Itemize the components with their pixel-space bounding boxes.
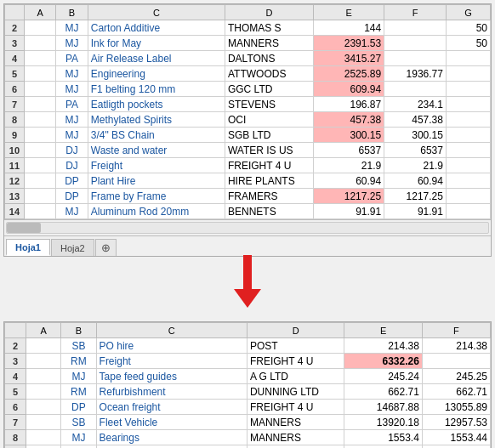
table-cell[interactable]: POST [247, 338, 344, 354]
table-cell[interactable]: Timing Belt [96, 445, 247, 449]
table-cell[interactable] [26, 354, 61, 369]
table-row[interactable]: 8MJBearingsMANNERS1553.41553.44 [5, 430, 491, 445]
table-cell[interactable] [26, 369, 61, 384]
table-cell[interactable]: MJ [56, 82, 88, 97]
row-number[interactable]: 10 [5, 143, 25, 158]
table-cell[interactable]: MJ [56, 20, 88, 36]
table-row[interactable]: 11DJFreightFREIGHT 4 U21.921.9 [5, 158, 491, 173]
row-number[interactable]: 4 [5, 369, 26, 384]
table-cell[interactable]: MJ [61, 445, 96, 449]
table-cell[interactable]: Engineering [88, 66, 225, 82]
row-number[interactable]: 11 [5, 158, 25, 173]
table-cell[interactable] [26, 430, 61, 445]
table-cell[interactable]: DP [56, 189, 88, 204]
table-cell[interactable] [446, 97, 490, 112]
table-cell[interactable]: 300.15 [384, 128, 447, 143]
table-cell[interactable]: MANNERS [247, 415, 344, 430]
top-horizontal-scrollbar[interactable] [6, 222, 489, 234]
table-cell[interactable]: MJ [56, 204, 88, 219]
table-cell[interactable]: DUNNING LTD [247, 384, 344, 400]
table-row[interactable]: 3MJInk for MayMANNERS2391.5350 [5, 36, 491, 51]
table-cell[interactable] [24, 112, 55, 128]
table-cell[interactable]: PA [56, 97, 88, 112]
table-cell[interactable] [24, 158, 55, 173]
table-row[interactable]: 13DPFrame by FrameFRAMERS1217.251217.25 [5, 189, 491, 204]
table-cell[interactable]: 196.87 [313, 97, 384, 112]
table-cell[interactable]: Methylated Spirits [88, 112, 225, 128]
table-cell[interactable]: DJ [56, 158, 88, 173]
table-cell[interactable]: FREIGHT 4 U [225, 158, 313, 173]
table-cell[interactable]: 13055.89 [422, 400, 490, 415]
table-cell[interactable]: Ink for May [88, 36, 225, 51]
table-cell[interactable]: MJ [56, 36, 88, 51]
table-row[interactable]: 9MJTiming BeltTRANZ531.11531.12 [5, 445, 491, 449]
table-cell[interactable]: Plant Hire [88, 173, 225, 189]
tab-hoja2-top[interactable]: Hoja2 [51, 239, 94, 256]
table-cell[interactable]: ATTWOODS [225, 66, 313, 82]
table-cell[interactable]: MJ [61, 430, 96, 445]
table-cell[interactable] [26, 400, 61, 415]
table-cell[interactable]: STEVENS [225, 97, 313, 112]
table-cell[interactable]: RM [61, 384, 96, 400]
table-cell[interactable]: OCI [225, 112, 313, 128]
table-cell[interactable]: 300.15 [313, 128, 384, 143]
table-cell[interactable] [24, 36, 55, 51]
table-cell[interactable]: A G LTD [247, 369, 344, 384]
tab-hoja1-top[interactable]: Hoja1 [6, 239, 50, 256]
row-number[interactable]: 3 [5, 354, 26, 369]
table-row[interactable]: 7PAEatligth pocketsSTEVENS196.87234.1 [5, 97, 491, 112]
table-cell[interactable]: Bearings [96, 430, 247, 445]
table-cell[interactable]: 457.38 [313, 112, 384, 128]
table-cell[interactable]: 662.71 [344, 384, 423, 400]
table-cell[interactable]: 1217.25 [384, 189, 447, 204]
table-cell[interactable]: 60.94 [313, 173, 384, 189]
table-cell[interactable]: 50 [446, 20, 490, 36]
table-cell[interactable]: 21.9 [384, 158, 447, 173]
table-row[interactable]: 4PAAir Release LabelDALTONS3415.27 [5, 51, 491, 66]
table-cell[interactable]: 1217.25 [313, 189, 384, 204]
table-cell[interactable]: 6537 [384, 143, 447, 158]
table-cell[interactable] [26, 445, 61, 449]
table-cell[interactable]: FREIGHT 4 U [247, 400, 344, 415]
table-cell[interactable]: Freight [96, 354, 247, 369]
row-number[interactable]: 9 [5, 445, 26, 449]
table-cell[interactable]: 214.38 [344, 338, 423, 354]
table-cell[interactable] [446, 51, 490, 66]
table-cell[interactable]: SGB LTD [225, 128, 313, 143]
table-cell[interactable]: Tape feed guides [96, 369, 247, 384]
table-cell[interactable]: Eatligth pockets [88, 97, 225, 112]
table-cell[interactable] [384, 20, 447, 36]
table-cell[interactable]: Frame by Frame [88, 189, 225, 204]
table-cell[interactable]: 6332.26 [344, 354, 423, 369]
table-cell[interactable] [26, 384, 61, 400]
table-cell[interactable]: DJ [56, 143, 88, 158]
row-number[interactable]: 14 [5, 204, 25, 219]
table-cell[interactable]: SB [61, 415, 96, 430]
table-cell[interactable]: BENNETS [225, 204, 313, 219]
table-cell[interactable] [446, 189, 490, 204]
table-cell[interactable]: MJ [61, 369, 96, 384]
row-number[interactable]: 7 [5, 97, 25, 112]
table-cell[interactable]: 13920.18 [344, 415, 423, 430]
table-cell[interactable] [24, 204, 55, 219]
row-number[interactable]: 7 [5, 415, 26, 430]
table-cell[interactable]: Fleet Vehicle [96, 415, 247, 430]
table-cell[interactable]: PO hire [96, 338, 247, 354]
table-cell[interactable] [24, 51, 55, 66]
table-cell[interactable] [446, 112, 490, 128]
table-cell[interactable] [446, 128, 490, 143]
table-cell[interactable]: THOMAS S [225, 20, 313, 36]
row-number[interactable]: 5 [5, 66, 25, 82]
table-cell[interactable]: 531.11 [344, 445, 423, 449]
table-row[interactable]: 2MJCarton AdditiveTHOMAS S14450 [5, 20, 491, 36]
table-cell[interactable]: FRAMERS [225, 189, 313, 204]
table-cell[interactable]: DP [61, 400, 96, 415]
table-cell[interactable]: 3/4" BS Chain [88, 128, 225, 143]
table-cell[interactable]: 457.38 [384, 112, 447, 128]
table-cell[interactable]: GGC LTD [225, 82, 313, 97]
table-row[interactable]: 9MJ3/4" BS ChainSGB LTD300.15300.15 [5, 128, 491, 143]
table-cell[interactable]: 609.94 [313, 82, 384, 97]
table-cell[interactable]: 245.24 [344, 369, 423, 384]
table-cell[interactable] [24, 143, 55, 158]
table-cell[interactable] [446, 66, 490, 82]
